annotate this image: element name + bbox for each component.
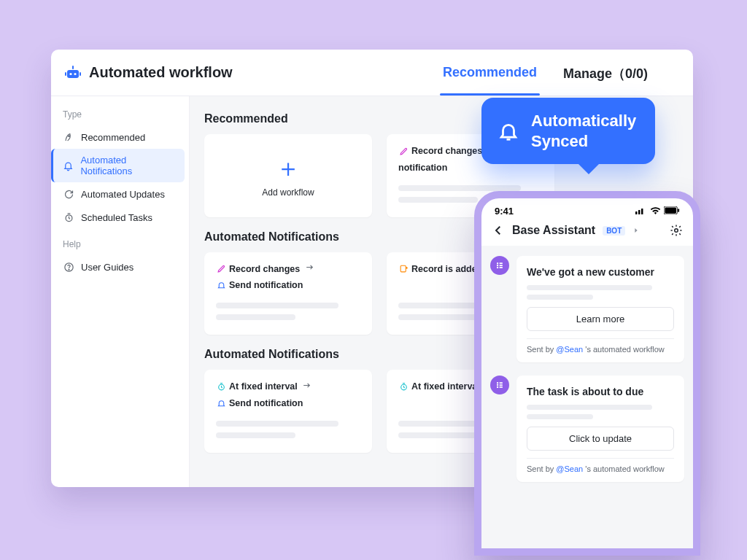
action-label: Send notification	[229, 279, 303, 292]
svg-rect-31	[499, 384, 503, 386]
clock-icon	[398, 381, 409, 392]
rocket-icon	[63, 131, 74, 143]
help-icon	[63, 261, 74, 273]
svg-rect-24	[499, 262, 503, 264]
workflow-card[interactable]: At fixed interval Send notification	[204, 370, 372, 453]
callout-line2: Synced	[531, 131, 636, 152]
svg-rect-3	[72, 66, 74, 69]
wifi-icon	[650, 206, 661, 217]
svg-point-21	[497, 262, 498, 264]
sidebar-item-automated-notifications[interactable]: Automated Notifications	[51, 149, 185, 182]
workflow-card[interactable]: Record changes Send notification	[204, 252, 372, 335]
sidebar-item-label: Automated Updates	[81, 189, 165, 200]
svg-rect-32	[499, 386, 503, 388]
svg-rect-0	[67, 70, 79, 78]
sidebar-item-label: Automated Notifications	[80, 155, 177, 176]
sidebar-item-scheduled-tasks[interactable]: Scheduled Tasks	[55, 206, 185, 229]
sidebar-section-help: Help	[55, 236, 185, 255]
tab-manage[interactable]: Manage（0/0)	[560, 50, 651, 96]
status-bar: 9:41	[481, 198, 693, 219]
phone-mockup: 9:41 Base Assistant BOT We've got a new …	[474, 191, 700, 556]
svg-rect-10	[400, 266, 406, 273]
sidebar-item-recommended[interactable]: Recommended	[55, 125, 185, 149]
svg-point-22	[497, 265, 498, 266]
sidebar-item-automated-updates[interactable]: Automated Updates	[55, 182, 185, 206]
mention[interactable]: @Sean	[556, 345, 583, 354]
synced-callout: Automatically Synced	[481, 98, 655, 164]
tab-recommended[interactable]: Recommended	[440, 50, 540, 96]
svg-point-20	[675, 229, 678, 233]
status-time: 9:41	[495, 206, 514, 217]
sidebar: Type Recommended Automated Notifications…	[51, 96, 190, 487]
window-title: Automated workflow	[89, 64, 233, 81]
trigger-label: Record is added	[411, 262, 482, 276]
svg-point-27	[497, 382, 498, 384]
back-icon[interactable]	[492, 224, 505, 237]
svg-point-23	[497, 267, 498, 268]
card-skeleton	[216, 303, 360, 326]
arrow-right-icon	[304, 262, 314, 273]
svg-rect-19	[678, 209, 679, 212]
chevron-right-icon[interactable]	[632, 224, 640, 237]
learn-more-button[interactable]: Learn more	[527, 307, 674, 331]
message-footer: Sent by @Sean 's automated workflow	[527, 464, 674, 473]
bell-icon	[498, 120, 519, 142]
plus-icon: ＋	[276, 155, 301, 180]
sidebar-item-label: Scheduled Tasks	[81, 212, 152, 223]
trigger-label: Record changes	[411, 144, 482, 158]
chat-message: The task is about to due Click to update…	[490, 376, 684, 482]
avatar	[490, 376, 509, 394]
trigger-label: Record changes	[229, 262, 300, 276]
signal-icon	[635, 206, 647, 217]
svg-point-9	[69, 269, 69, 270]
svg-rect-18	[665, 207, 676, 213]
sidebar-section-type: Type	[55, 106, 185, 125]
chat-message: We've got a new customer Learn more Sent…	[490, 256, 684, 362]
arrow-right-icon	[302, 380, 312, 390]
message-title: The task is about to due	[527, 386, 674, 397]
clock-icon	[216, 381, 226, 392]
sidebar-item-user-guides[interactable]: User Guides	[55, 255, 185, 279]
trigger-label: At fixed interval	[411, 380, 480, 394]
robot-icon	[64, 64, 82, 82]
message-title: We've got a new customer	[527, 266, 674, 278]
click-to-update-button[interactable]: Click to update	[527, 427, 674, 451]
clock-icon	[63, 211, 74, 223]
sidebar-item-label: User Guides	[81, 262, 133, 273]
chat-header: Base Assistant BOT	[481, 219, 693, 246]
card-skeleton	[216, 421, 360, 444]
add-workflow-label: Add workflow	[262, 187, 314, 198]
svg-rect-30	[499, 382, 503, 384]
edit-icon	[398, 146, 409, 156]
avatar	[490, 256, 509, 275]
edit-icon	[216, 264, 226, 274]
bot-badge: BOT	[603, 226, 625, 236]
header-tabs: Recommended Manage（0/0)	[440, 50, 651, 96]
bell-icon	[216, 281, 226, 291]
svg-point-6	[68, 135, 69, 136]
svg-point-1	[69, 72, 71, 74]
svg-rect-13	[635, 211, 638, 214]
trigger-label: At fixed interval	[229, 380, 298, 394]
add-workflow-card[interactable]: ＋ Add workflow	[204, 134, 372, 217]
svg-rect-5	[80, 72, 81, 76]
action-label: Send notification	[229, 397, 303, 411]
svg-point-29	[497, 386, 498, 388]
record-add-icon	[398, 264, 409, 274]
sidebar-item-label: Recommended	[81, 132, 145, 143]
battery-icon	[664, 206, 680, 217]
callout-line1: Automatically	[531, 111, 636, 131]
chat-title: Base Assistant	[512, 224, 595, 237]
gear-icon[interactable]	[670, 224, 683, 237]
svg-rect-14	[638, 210, 640, 214]
svg-point-28	[497, 384, 498, 386]
svg-rect-4	[65, 72, 66, 76]
refresh-icon	[63, 188, 74, 200]
message-footer: Sent by @Sean 's automated workflow	[527, 345, 674, 354]
svg-point-2	[74, 72, 76, 74]
chat-body[interactable]: We've got a new customer Learn more Sent…	[481, 246, 693, 552]
bell-icon	[216, 398, 226, 408]
svg-rect-26	[499, 267, 503, 268]
bell-icon	[63, 160, 74, 171]
mention[interactable]: @Sean	[556, 464, 583, 473]
